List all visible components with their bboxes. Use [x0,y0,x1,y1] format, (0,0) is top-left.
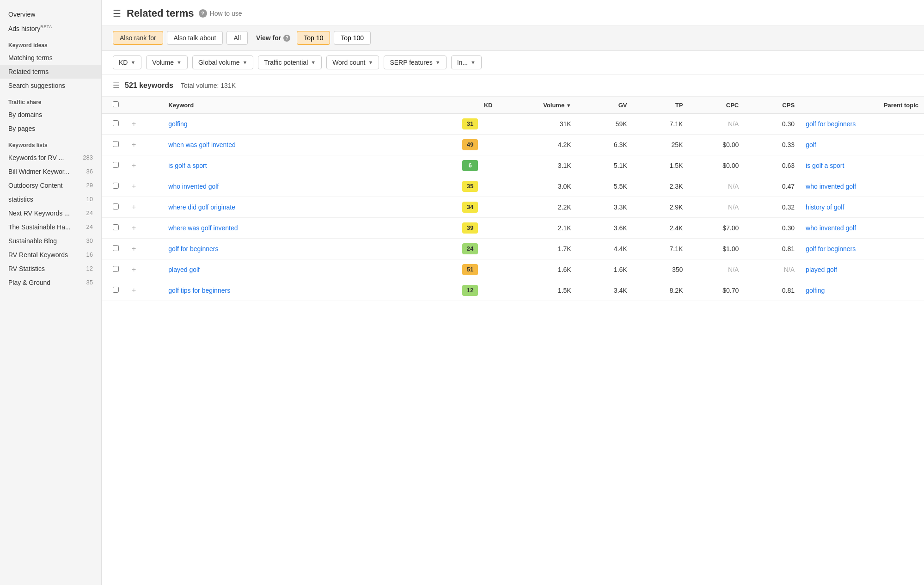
sidebar-item-by-domains[interactable]: By domains [0,108,101,122]
parent-topic-cell[interactable]: history of golf [800,197,924,218]
sidebar-item-play-ground[interactable]: Play & Ground35 [0,276,101,289]
keyword-cell[interactable]: is golf a sport [163,155,442,176]
gv-col-header[interactable]: GV [577,97,633,114]
filter-tab-also-talk-about[interactable]: Also talk about [167,31,223,45]
sidebar-item-ads-history[interactable]: Ads historyBETA [0,21,101,36]
how-to-use-link[interactable]: How to use [210,10,242,17]
keyword-cell[interactable]: where did golf originate [163,197,442,218]
volume-col-header[interactable]: Volume ▼ [498,97,576,114]
parent-topic-cell[interactable]: golfing [800,280,924,301]
sidebar-item-overview[interactable]: Overview [0,7,101,21]
add-keyword-button[interactable]: + [130,265,138,274]
add-keyword-cell[interactable]: + [124,135,163,155]
row-checkbox-cell[interactable] [102,155,124,176]
add-keyword-button[interactable]: + [130,120,138,128]
add-keyword-cell[interactable]: + [124,280,163,301]
kd-col-header[interactable]: KD [442,97,498,114]
keyword-cell[interactable]: golf tips for beginners [163,280,442,301]
add-keyword-cell[interactable]: + [124,218,163,239]
add-keyword-button[interactable]: + [130,141,138,149]
row-checkbox[interactable] [113,162,119,168]
row-checkbox[interactable] [113,203,119,209]
parent-topic-cell[interactable]: golf for beginners [800,239,924,259]
dropdown-traffic-potential[interactable]: Traffic potential ▼ [258,55,322,69]
row-checkbox-cell[interactable] [102,239,124,259]
keyword-cell[interactable]: who invented golf [163,176,442,197]
dropdown-kd[interactable]: KD ▼ [113,55,141,69]
add-keyword-button[interactable]: + [130,182,138,191]
add-keyword-cell[interactable]: + [124,259,163,280]
add-keyword-cell[interactable]: + [124,114,163,135]
sidebar-item-keywords-rv[interactable]: Keywords for RV ...283 [0,151,101,165]
filter-tab-also-rank-for[interactable]: Also rank for [113,31,163,45]
kd-cell: 49 [442,135,498,155]
add-keyword-cell[interactable]: + [124,155,163,176]
parent-topic-cell[interactable]: golf [800,135,924,155]
sidebar-item-matching-terms[interactable]: Matching terms [0,51,101,65]
cpc-col-header[interactable]: CPC [688,97,744,114]
row-checkbox[interactable] [113,287,119,293]
add-keyword-cell[interactable]: + [124,239,163,259]
dropdown-word-count[interactable]: Word count ▼ [326,55,379,69]
dropdown-global-volume[interactable]: Global volume ▼ [192,55,253,69]
filter-tab-all[interactable]: All [226,31,248,45]
hamburger-icon[interactable]: ☰ [113,8,121,19]
row-checkbox[interactable] [113,120,119,126]
sidebar-item-next-rv[interactable]: Next RV Keywords ...24 [0,206,101,220]
keyword-cell[interactable]: played golf [163,259,442,280]
add-keyword-button[interactable]: + [130,286,138,295]
sidebar-item-rv-rental[interactable]: RV Rental Keywords16 [0,248,101,262]
top-button-top100[interactable]: Top 100 [334,31,371,45]
sidebar-item-related-terms[interactable]: Related terms [0,65,101,79]
dropdown-volume[interactable]: Volume ▼ [146,55,188,69]
row-checkbox[interactable] [113,183,119,189]
help-icon[interactable]: ? [199,9,207,18]
add-keyword-button[interactable]: + [130,245,138,253]
keyword-cell[interactable]: golf for beginners [163,239,442,259]
sidebar-item-sustainable-blog[interactable]: Sustainable Blog30 [0,234,101,248]
sidebar-item-statistics[interactable]: statistics10 [0,192,101,206]
parent-topic-cell[interactable]: who invented golf [800,176,924,197]
row-checkbox[interactable] [113,141,119,147]
keyword-cell[interactable]: golfing [163,114,442,135]
row-checkbox-cell[interactable] [102,114,124,135]
dropdown-intent[interactable]: In... ▼ [451,55,482,69]
parent-topic-col-header[interactable]: Parent topic [800,97,924,114]
parent-topic-cell[interactable]: is golf a sport [800,155,924,176]
sidebar-item-by-pages[interactable]: By pages [0,122,101,135]
row-checkbox-cell[interactable] [102,197,124,218]
add-keyword-button[interactable]: + [130,224,138,232]
cps-col-header[interactable]: CPS [744,97,800,114]
keyword-col-header[interactable]: Keyword [163,97,442,114]
tp-cell: 2.4K [633,218,689,239]
row-checkbox-cell[interactable] [102,280,124,301]
row-checkbox-cell[interactable] [102,135,124,155]
add-keyword-cell[interactable]: + [124,197,163,218]
dropdown-serp-features[interactable]: SERP features ▼ [384,55,446,69]
add-keyword-button[interactable]: + [130,203,138,211]
sidebar-item-outdoorsy[interactable]: Outdoorsy Content29 [0,179,101,192]
filter-dropdowns-row: KD ▼Volume ▼Global volume ▼Traffic poten… [102,51,924,74]
sidebar-item-sustainable-ha[interactable]: The Sustainable Ha...24 [0,220,101,234]
select-all-checkbox[interactable] [113,101,119,107]
row-checkbox[interactable] [113,266,119,272]
parent-topic-cell[interactable]: played golf [800,259,924,280]
keyword-cell[interactable]: when was golf invented [163,135,442,155]
view-for-help-icon[interactable]: ? [283,35,290,42]
row-checkbox-cell[interactable] [102,176,124,197]
add-keyword-button[interactable]: + [130,161,138,170]
add-keyword-cell[interactable]: + [124,176,163,197]
sidebar-item-bill-widmer[interactable]: Bill Widmer Keywor...36 [0,165,101,179]
keyword-cell[interactable]: where was golf invented [163,218,442,239]
top-button-top10[interactable]: Top 10 [297,31,330,45]
row-checkbox-cell[interactable] [102,218,124,239]
tp-col-header[interactable]: TP [633,97,689,114]
sidebar-item-search-suggestions[interactable]: Search suggestions [0,79,101,92]
table-menu-icon[interactable]: ☰ [113,81,119,90]
sidebar-item-rv-statistics[interactable]: RV Statistics12 [0,262,101,276]
parent-topic-cell[interactable]: golf for beginners [800,114,924,135]
row-checkbox[interactable] [113,224,119,230]
parent-topic-cell[interactable]: who invented golf [800,218,924,239]
row-checkbox-cell[interactable] [102,259,124,280]
row-checkbox[interactable] [113,245,119,251]
